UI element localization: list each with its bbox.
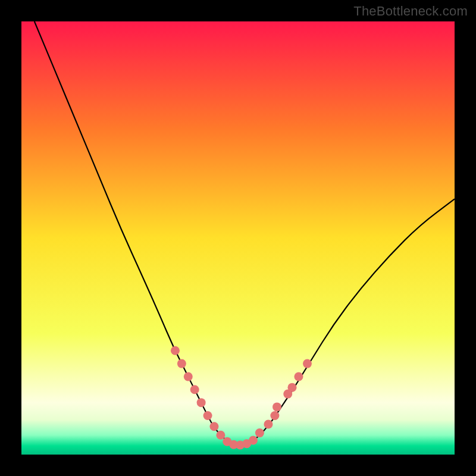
watermark-text: TheBottleneck.com [353,4,468,19]
plot-background [21,21,455,455]
curve-marker [249,436,258,444]
curve-marker [190,385,199,394]
curve-marker [264,420,273,429]
curve-marker [303,359,312,368]
chart-container: TheBottleneck.com [0,0,476,476]
curve-marker [216,431,225,440]
curve-marker [273,402,281,411]
curve-marker [197,398,206,407]
curve-marker [177,359,186,368]
curve-marker [184,372,193,381]
curve-marker [288,383,297,392]
curve-marker [209,422,218,431]
bottleneck-chart [21,21,455,455]
curve-marker [270,411,279,420]
curve-marker [203,411,212,420]
curve-marker [294,372,303,381]
curve-marker [171,346,180,355]
curve-marker [255,428,264,437]
